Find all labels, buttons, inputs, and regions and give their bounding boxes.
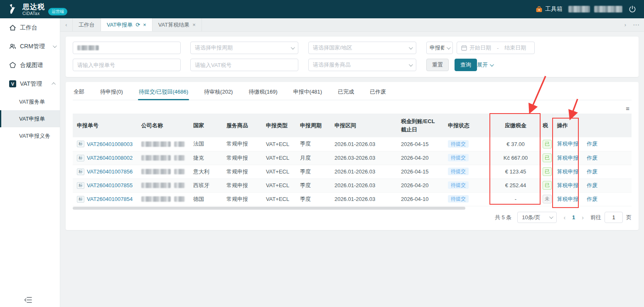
declare-type-cell: VAT+ECL xyxy=(262,137,296,151)
chevron-down-icon xyxy=(409,45,413,50)
username-redacted[interactable] xyxy=(568,6,622,12)
home-icon xyxy=(9,24,16,31)
calc-declare-link[interactable]: 算税申报 xyxy=(557,182,579,188)
sidebar-item-workbench[interactable]: 工作台 xyxy=(0,18,60,37)
status-tab[interactable]: 待缴税(169) xyxy=(248,88,278,100)
tag-badge: 标 xyxy=(77,155,84,161)
order-no-link[interactable]: VAT260401007856 xyxy=(87,168,133,175)
col-deadline: 税金到账/ECL 截止日 xyxy=(397,114,444,137)
filter-date-range-picker[interactable]: 开始日期 - 结束日期 xyxy=(457,42,535,54)
sidebar-item-compliance-map[interactable]: 合规图谱 xyxy=(0,56,60,74)
horizontal-scrollbar[interactable] xyxy=(73,207,465,210)
vat-no-input[interactable] xyxy=(195,62,294,68)
void-link[interactable]: 作废 xyxy=(587,168,597,175)
status-tab[interactable]: 待提交/已驳回(4686) xyxy=(138,88,189,100)
sidebar-item-vat-obligation[interactable]: VAT申报义务 xyxy=(0,127,60,144)
filter-report-period-select[interactable]: 请选择申报周期 xyxy=(190,42,298,54)
sidebar-item-crm[interactable]: CRM管理 xyxy=(0,37,60,56)
filter-keyword-input[interactable] xyxy=(73,42,181,54)
prev-page-icon[interactable]: ‹ xyxy=(563,214,566,221)
sidebar-item-vat-service[interactable]: VAT服务单 xyxy=(0,93,60,110)
company-name-redacted xyxy=(141,141,185,147)
close-icon[interactable]: × xyxy=(143,22,146,28)
calc-declare-link[interactable]: 算税申报 xyxy=(557,168,579,175)
country-cell: 意大利 xyxy=(189,165,222,178)
void-link[interactable]: 作废 xyxy=(587,155,597,161)
paid-status-badge: 已 xyxy=(543,167,552,176)
sidebar-collapse-icon[interactable] xyxy=(24,296,32,304)
period-cell: 季度 xyxy=(296,165,330,178)
col-order-no: 申报单号 xyxy=(73,114,137,137)
filter-service-select[interactable]: 请选择服务商品 xyxy=(308,59,416,71)
order-no-link[interactable]: VAT260401008003 xyxy=(87,141,133,147)
expand-filters-link[interactable]: 展开 xyxy=(477,59,493,71)
filter-order-no-input[interactable] xyxy=(73,59,181,71)
refresh-icon[interactable]: ⟳ xyxy=(135,22,140,28)
tab-scroll-left-icon[interactable]: ‹ xyxy=(60,18,73,31)
declare-type-cell: VAT+ECL xyxy=(262,165,296,178)
status-tab[interactable]: 待申报(0) xyxy=(99,88,124,100)
range-cell: 2026.01-2026.03 xyxy=(330,165,397,178)
sidebar-item-vat[interactable]: V VAT管理 xyxy=(0,74,60,93)
select-placeholder: 请选择国家/地区 xyxy=(313,44,406,52)
toolbox-button[interactable]: 工具箱 xyxy=(536,5,563,13)
service-cell: 常规申报 xyxy=(222,137,262,151)
users-icon xyxy=(9,43,16,50)
filter-country-select[interactable]: 请选择国家/地区 xyxy=(308,42,416,54)
order-no-link[interactable]: VAT260401007855 xyxy=(87,182,133,188)
company-name-redacted xyxy=(141,183,185,188)
status-tab[interactable]: 全部 xyxy=(73,88,85,100)
order-no-link[interactable]: VAT260401007854 xyxy=(87,196,133,202)
view-tab-workbench[interactable]: 工作台 xyxy=(73,18,101,31)
sidebar-item-vat-declaration[interactable]: VAT申报单 xyxy=(0,110,60,127)
select-value: 申报截... xyxy=(430,44,444,52)
order-no-input[interactable] xyxy=(77,62,176,68)
tab-scroll-right-icon[interactable]: › xyxy=(619,22,632,28)
status-tab-label: 全部 xyxy=(74,89,84,95)
declare-type-cell: VAT+ECL xyxy=(262,192,296,206)
status-tab[interactable]: 已完成 xyxy=(337,88,355,100)
current-page[interactable]: 1 xyxy=(572,214,575,220)
calc-declare-link[interactable]: 算税申报 xyxy=(557,196,579,202)
sidebar-item-label: VAT管理 xyxy=(20,80,49,88)
reset-button[interactable]: 重置 xyxy=(426,59,449,71)
select-placeholder: 请选择服务商品 xyxy=(313,61,406,69)
void-link[interactable]: 作废 xyxy=(587,182,597,188)
filter-deadline-type-select[interactable]: 申报截... xyxy=(426,42,453,54)
filter-vat-no-input[interactable] xyxy=(190,59,298,71)
country-cell: 德国 xyxy=(189,192,222,206)
next-page-icon[interactable]: › xyxy=(581,214,585,221)
view-tab-vat-declaration[interactable]: VAT申报单 ⟳ × xyxy=(101,18,152,31)
calc-declare-link[interactable]: 算税申报 xyxy=(557,155,579,161)
table-body: 标 VAT260401008003 法国 常规申报 VAT+ECL 季度 202… xyxy=(73,137,632,206)
order-no-link[interactable]: VAT260401008002 xyxy=(87,155,133,161)
void-link[interactable]: 作废 xyxy=(587,141,597,147)
period-cell: 季度 xyxy=(296,178,330,192)
col-country: 国家 xyxy=(189,114,222,137)
status-tab-label: 待缴税(169) xyxy=(248,89,277,95)
sidebar-item-label: CRM管理 xyxy=(20,43,49,50)
calc-declare-link[interactable]: 算税申报 xyxy=(557,141,579,147)
tab-more-icon[interactable]: ··· xyxy=(633,22,640,28)
status-tab[interactable]: 申报中(481) xyxy=(293,88,323,100)
view-tab-vat-result[interactable]: VAT算税结果 × xyxy=(152,18,202,31)
status-tab-label: 待提交/已驳回(4686) xyxy=(139,89,188,95)
country-cell: 捷克 xyxy=(189,151,222,165)
power-icon[interactable] xyxy=(628,5,637,13)
page-size-select[interactable]: 10条/页 xyxy=(517,212,557,223)
status-tab[interactable]: 待审核(202) xyxy=(203,88,234,100)
column-settings-icon[interactable]: ≡ xyxy=(626,105,629,111)
toolbox-label: 工具箱 xyxy=(545,5,563,13)
col-tax-due: 应缴税金 xyxy=(490,114,541,137)
void-link[interactable]: 作废 xyxy=(587,196,597,202)
period-cell: 季度 xyxy=(296,192,330,206)
search-button[interactable]: 查询 xyxy=(455,59,477,71)
status-tab[interactable]: 已作废 xyxy=(369,88,387,100)
tax-due-cell: Kč 667.00 xyxy=(490,151,541,165)
company-name-redacted xyxy=(141,169,185,174)
chevron-down-icon xyxy=(409,62,413,67)
goto-page-input[interactable] xyxy=(605,212,623,223)
tax-due-cell: € 37.00 xyxy=(490,137,541,151)
close-icon[interactable]: × xyxy=(192,22,196,28)
pagination: 共 5 条 10条/页 ‹ 1 › 前往 页 xyxy=(495,212,632,223)
